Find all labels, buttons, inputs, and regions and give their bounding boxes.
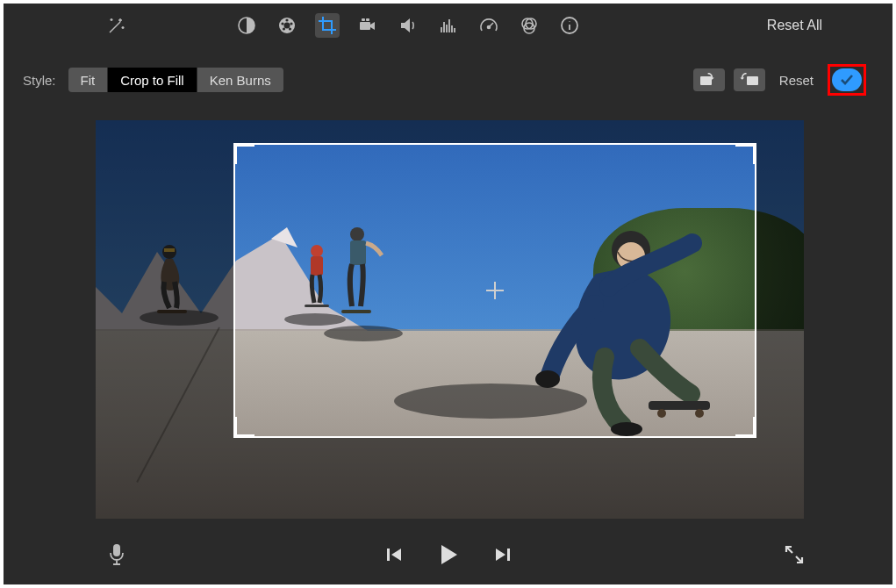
tool-icons xyxy=(234,13,582,38)
svg-point-2 xyxy=(284,23,290,29)
svg-rect-17 xyxy=(747,76,758,85)
style-option-fit[interactable]: Fit xyxy=(68,68,109,92)
reset-button[interactable]: Reset xyxy=(779,73,814,88)
camera-icon[interactable] xyxy=(355,13,380,38)
expand-icon[interactable] xyxy=(784,544,805,569)
svg-rect-36 xyxy=(507,549,510,561)
color-filter-icon[interactable] xyxy=(517,13,541,38)
transport-controls xyxy=(385,543,512,570)
svg-point-11 xyxy=(488,26,491,29)
info-icon[interactable] xyxy=(557,13,582,38)
crop-handle-bl[interactable] xyxy=(233,417,254,438)
style-segmented-control: Fit Crop to Fill Ken Burns xyxy=(68,68,283,92)
style-option-crop-to-fill[interactable]: Crop to Fill xyxy=(108,68,197,92)
magic-wand-icon[interactable] xyxy=(104,13,129,38)
crop-handle-br[interactable] xyxy=(735,417,756,438)
crop-dim-left xyxy=(96,120,233,519)
audio-eq-icon[interactable] xyxy=(436,13,461,38)
svg-point-3 xyxy=(285,18,288,21)
color-wheel-icon[interactable] xyxy=(275,13,299,38)
speedometer-icon[interactable] xyxy=(477,13,501,38)
reset-all-button[interactable]: Reset All xyxy=(767,18,822,33)
crop-rectangle[interactable] xyxy=(233,143,756,438)
microphone-icon[interactable] xyxy=(107,542,126,570)
apply-highlight xyxy=(828,64,866,96)
svg-point-7 xyxy=(281,22,283,25)
crop-dim-top xyxy=(233,120,756,143)
svg-rect-16 xyxy=(700,76,712,85)
svg-point-5 xyxy=(289,27,291,30)
top-toolbar: Reset All xyxy=(4,4,892,47)
crop-handle-tr[interactable] xyxy=(735,143,756,164)
apply-crop-button[interactable] xyxy=(832,68,862,91)
crop-subbar: Style: Fit Crop to Fill Ken Burns Reset xyxy=(4,65,892,95)
crop-dim-bottom xyxy=(233,438,756,519)
svg-rect-10 xyxy=(366,18,369,21)
playback-controls xyxy=(4,530,892,583)
play-button[interactable] xyxy=(438,543,459,570)
crop-icon[interactable] xyxy=(315,13,340,38)
video-viewer xyxy=(96,120,804,519)
rotate-cw-button[interactable] xyxy=(734,68,765,91)
svg-rect-35 xyxy=(387,549,390,561)
svg-point-6 xyxy=(283,27,285,30)
crop-center-mark xyxy=(486,282,504,299)
crop-right-tools: Reset xyxy=(693,64,866,96)
svg-rect-9 xyxy=(362,18,365,21)
svg-point-4 xyxy=(290,22,292,25)
svg-rect-8 xyxy=(360,22,370,30)
rotate-ccw-button[interactable] xyxy=(693,68,725,91)
next-button[interactable] xyxy=(494,546,512,567)
color-balance-icon[interactable] xyxy=(234,13,259,38)
crop-dim-right xyxy=(756,120,804,519)
crop-handle-tl[interactable] xyxy=(233,143,254,164)
style-option-ken-burns[interactable]: Ken Burns xyxy=(197,68,283,92)
svg-rect-34 xyxy=(113,544,120,556)
volume-icon[interactable] xyxy=(396,13,420,38)
previous-button[interactable] xyxy=(385,546,403,567)
style-label: Style: xyxy=(23,73,56,88)
